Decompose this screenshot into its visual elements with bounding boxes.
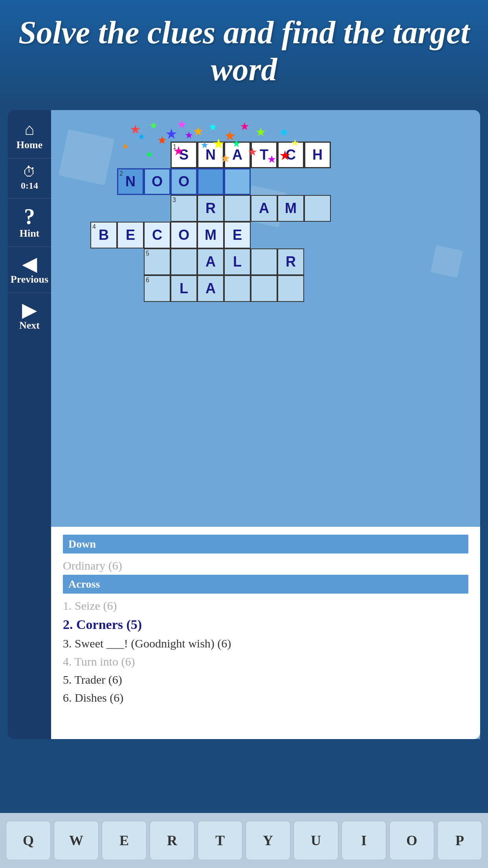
star-icon: ★ xyxy=(130,122,141,137)
cell-6-3[interactable]: L xyxy=(171,275,197,302)
cell-2-5[interactable] xyxy=(224,168,251,195)
cell-5-4[interactable]: A xyxy=(197,248,224,275)
timer-value: 0:14 xyxy=(21,180,38,191)
cell-3-4[interactable]: R xyxy=(197,195,224,222)
key-w[interactable]: W xyxy=(54,821,99,860)
clues-panel: Down Ordinary (6) Across 1. Seize (6) 2.… xyxy=(51,527,480,739)
previous-label: Previous xyxy=(11,274,48,285)
cell-4-2[interactable]: C xyxy=(144,222,171,248)
clue-down-1-text: Ordinary (6) xyxy=(63,559,122,572)
cell-4-5[interactable]: E xyxy=(224,222,251,248)
cell-4-1[interactable]: E xyxy=(117,222,144,248)
key-e[interactable]: E xyxy=(102,821,147,860)
question-icon: ? xyxy=(24,206,35,228)
cell-1-3[interactable]: 1S xyxy=(171,142,197,168)
previous-button[interactable]: ◀ Previous xyxy=(8,247,51,293)
clue-across-2-text: 2. Corners (5) xyxy=(63,617,142,632)
left-arrow-icon: ◀ xyxy=(22,254,37,274)
clue-across-4-text: 4. Turn into (6) xyxy=(63,655,135,668)
keyboard-row: Q W E R T Y U I O P xyxy=(0,813,488,868)
star-icon: ★ xyxy=(193,124,204,139)
cell-2-4[interactable] xyxy=(197,168,224,195)
home-label: Home xyxy=(17,139,42,151)
clue-across-5[interactable]: 5. Trader (6) xyxy=(63,671,468,689)
cell-6-4[interactable]: A xyxy=(197,275,224,302)
clue-across-3-text: 3. Sweet ___! (Goodnight wish) (6) xyxy=(63,637,231,650)
clue-across-3[interactable]: 3. Sweet ___! (Goodnight wish) (6) xyxy=(63,634,468,653)
key-y[interactable]: Y xyxy=(246,821,290,860)
cell-5-3[interactable] xyxy=(171,248,197,275)
star-icon: ★ xyxy=(240,120,250,133)
cell-3-5[interactable] xyxy=(224,195,251,222)
hint-button[interactable]: ? Hint xyxy=(8,199,51,247)
star-icon: ★ xyxy=(279,126,289,139)
clue-across-4[interactable]: 4. Turn into (6) xyxy=(63,653,468,671)
key-u[interactable]: U xyxy=(294,821,338,860)
cell-5-6[interactable] xyxy=(251,248,277,275)
clock-icon: ⏱ xyxy=(23,166,36,179)
clue-across-1[interactable]: 1. Seize (6) xyxy=(63,597,468,615)
next-label: Next xyxy=(19,320,40,331)
star-icon: ★ xyxy=(145,149,153,160)
home-button[interactable]: ⌂ Home xyxy=(8,114,51,158)
down-header: Down xyxy=(63,535,468,554)
cell-1-6[interactable]: T xyxy=(251,142,277,168)
puzzle-panel: ★ ★ ★ ★ ★ ★ ★ ★ ★ ★ ★ ★ ★ ★ ★ ★ ★ ★ ★ ★ xyxy=(51,110,480,739)
cell-6-6[interactable] xyxy=(251,275,277,302)
sidebar: ⌂ Home ⏱ 0:14 ? Hint ◀ Previous ▶ Next xyxy=(8,110,51,739)
star-icon: ★ xyxy=(185,130,193,141)
star-icon: ★ xyxy=(224,128,236,143)
clue-down-1[interactable]: Ordinary (6) xyxy=(63,557,468,575)
right-arrow-icon: ▶ xyxy=(22,300,37,320)
star-icon: ★ xyxy=(122,142,129,151)
clue-across-5-text: 5. Trader (6) xyxy=(63,673,122,686)
star-icon: ★ xyxy=(255,125,266,139)
home-icon: ⌂ xyxy=(24,121,34,138)
cell-6-7[interactable] xyxy=(277,275,304,302)
clue-across-6[interactable]: 6. Dishes (6) xyxy=(63,689,468,707)
game-container: ⌂ Home ⏱ 0:14 ? Hint ◀ Previous ▶ Next xyxy=(0,102,488,739)
key-o[interactable]: O xyxy=(389,821,434,860)
bg-deco-1 xyxy=(59,129,114,185)
key-r[interactable]: R xyxy=(150,821,194,860)
cell-2-1[interactable]: 2N xyxy=(117,168,144,195)
header: Solve the clues and find the target word xyxy=(0,0,488,102)
across-header: Across xyxy=(63,575,468,594)
next-button[interactable]: ▶ Next xyxy=(8,293,51,338)
star-icon: ★ xyxy=(208,121,217,133)
cell-2-3[interactable]: O xyxy=(171,168,197,195)
crossword-area: ★ ★ ★ ★ ★ ★ ★ ★ ★ ★ ★ ★ ★ ★ ★ ★ ★ ★ ★ ★ xyxy=(51,110,480,527)
cell-1-4[interactable]: N xyxy=(197,142,224,168)
cell-4-4[interactable]: M xyxy=(197,222,224,248)
key-i[interactable]: I xyxy=(341,821,386,860)
key-t[interactable]: T xyxy=(198,821,242,860)
cell-6-2[interactable]: 6 xyxy=(144,275,171,302)
bg-deco-3 xyxy=(430,245,463,278)
star-icon: ★ xyxy=(177,118,187,131)
hint-label: Hint xyxy=(20,228,40,239)
cell-1-7[interactable]: C xyxy=(277,142,304,168)
cell-1-8[interactable]: H xyxy=(304,142,331,168)
cell-4-0[interactable]: 4B xyxy=(90,222,117,248)
key-q[interactable]: Q xyxy=(6,821,51,860)
clue-across-2[interactable]: 2. Corners (5) xyxy=(63,615,468,634)
timer-display: ⏱ 0:14 xyxy=(8,158,51,199)
cell-5-2[interactable]: 5 xyxy=(144,248,171,275)
cell-2-2[interactable]: O xyxy=(144,168,171,195)
star-icon: ★ xyxy=(138,132,145,142)
key-p[interactable]: P xyxy=(437,821,482,860)
star-icon: ★ xyxy=(165,126,178,142)
header-title: Solve the clues and find the target word xyxy=(16,14,472,88)
star-icon: ★ xyxy=(157,134,167,147)
star-icon: ★ xyxy=(149,120,158,131)
cell-3-7[interactable]: M xyxy=(277,195,304,222)
cell-3-3[interactable]: 3 xyxy=(171,195,197,222)
cell-3-8[interactable] xyxy=(304,195,331,222)
cell-3-6[interactable]: A xyxy=(251,195,277,222)
cell-4-3[interactable]: O xyxy=(171,222,197,248)
cell-5-7[interactable]: R xyxy=(277,248,304,275)
cell-5-5[interactable]: L xyxy=(224,248,251,275)
cell-1-5[interactable]: A xyxy=(224,142,251,168)
cell-6-5[interactable] xyxy=(224,275,251,302)
clue-across-1-text: 1. Seize (6) xyxy=(63,599,117,612)
